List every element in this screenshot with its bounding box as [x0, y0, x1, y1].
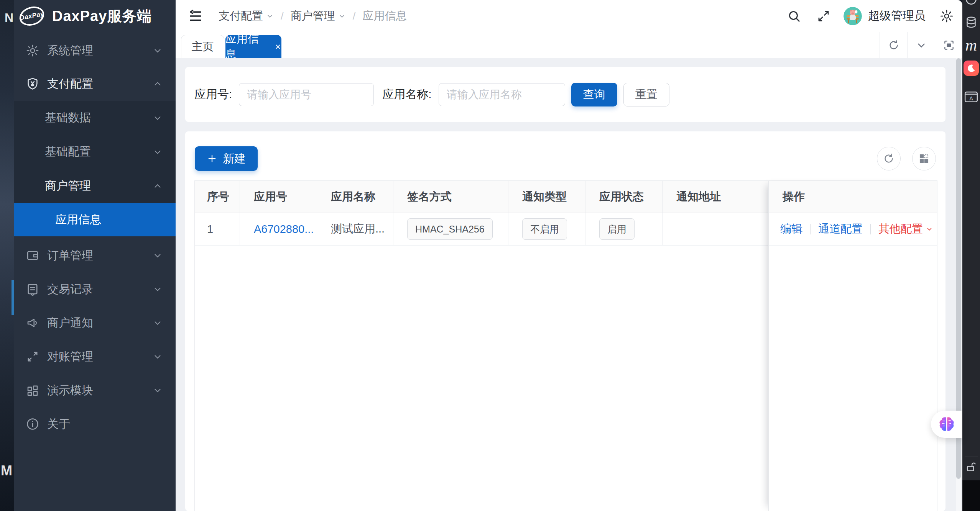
menu-fold-icon[interactable] [188, 8, 203, 24]
breadcrumb: 支付配置 / 商户管理 / 应用信息 [219, 8, 407, 24]
chevron-down-icon [153, 46, 163, 56]
sidebar-item-base-config[interactable]: 基础配置 [14, 135, 176, 169]
app-title: DaxPay服务端 [52, 7, 152, 26]
translate-icon[interactable]: A [962, 90, 980, 103]
chevron-up-icon [153, 79, 163, 89]
search-button[interactable]: 查询 [571, 83, 617, 106]
chevron-down-icon [153, 352, 163, 362]
cell-index: 1 [195, 213, 240, 245]
column-header: 签名方式 [393, 181, 508, 213]
pig-avatar-image [844, 7, 862, 25]
table-refresh-button[interactable] [877, 147, 901, 170]
chevron-up-icon [153, 181, 163, 191]
tab-home[interactable]: 主页 [181, 35, 224, 58]
user-name[interactable]: 超级管理员 [868, 8, 926, 24]
breadcrumb-item[interactable]: 商户管理 [291, 8, 335, 24]
close-icon[interactable] [275, 43, 281, 50]
action-divider [870, 224, 871, 234]
sidebar-item-label: 商户管理 [45, 178, 153, 194]
edit-action[interactable]: 编辑 [780, 221, 802, 237]
tab-bar: 主页 应用信息 [176, 32, 962, 58]
breadcrumb-separator: / [281, 10, 284, 22]
partial-circle-icon[interactable] [962, 0, 980, 6]
table-card: 新建 序号 应用号 应用名称 签名方式 通知类 [185, 131, 945, 511]
brain-icon [938, 416, 955, 433]
fullscreen-icon[interactable] [817, 9, 830, 23]
column-settings-button[interactable] [912, 147, 936, 170]
column-header: 通知类型 [508, 181, 585, 213]
unlock-icon[interactable] [962, 460, 980, 473]
filter-card: 应用号: 应用名称: 查询 重置 [185, 67, 945, 122]
crescent-icon [964, 61, 979, 76]
desktop-window-sliver [12, 280, 14, 315]
table-row: 1 A6702880... 测试应用... HMAC_SHA256 不启用 启用… [195, 213, 937, 246]
m-extension-icon[interactable]: m [962, 36, 980, 54]
wallet-icon [26, 249, 39, 262]
sidebar-item-label: 演示模块 [47, 383, 153, 398]
sidebar-item-label: 商户通知 [47, 315, 153, 331]
sidebar-item-app-info-active[interactable]: 应用信息 [14, 203, 176, 236]
gear-icon [26, 44, 39, 57]
sidebar-item-base-data[interactable]: 基础数据 [14, 101, 176, 135]
red-app-icon[interactable] [962, 61, 980, 76]
other-config-action[interactable]: 其他配置 [878, 221, 933, 237]
sidebar-item-label: 基础配置 [45, 144, 153, 160]
sidebar-item-about[interactable]: 关于 [14, 411, 176, 437]
browser-side-strip: m A [962, 0, 980, 511]
search-icon[interactable] [787, 9, 801, 23]
chevron-down-icon [153, 318, 163, 328]
sidebar-item-label: 应用信息 [55, 212, 101, 228]
sidebar-item-label: 对账管理 [47, 349, 153, 365]
database-icon[interactable] [962, 15, 980, 29]
other-config-label: 其他配置 [878, 221, 923, 237]
sidebar-item-pay-config[interactable]: 支付配置 [14, 70, 176, 97]
top-bar: 支付配置 / 商户管理 / 应用信息 [176, 0, 962, 32]
column-settings-icon [918, 152, 930, 165]
plus-icon [207, 153, 217, 164]
content-fullscreen-button[interactable] [935, 32, 962, 58]
sidebar-item-merchant-mgmt[interactable]: 商户管理 [14, 169, 176, 203]
avatar[interactable] [844, 7, 862, 25]
ai-assistant-fab[interactable] [931, 411, 962, 438]
sidebar-item-label: 交易记录 [47, 282, 153, 297]
desktop-background: N M [0, 0, 14, 511]
tab-app-info[interactable]: 应用信息 [225, 35, 281, 58]
reset-button[interactable]: 重置 [623, 83, 669, 106]
app-no-input[interactable] [239, 83, 374, 106]
sidebar-item-system[interactable]: 系统管理 [14, 37, 176, 64]
chevron-down-icon [153, 113, 163, 123]
table-header-row: 序号 应用号 应用名称 签名方式 通知类型 应用状态 通知地址 操作 [195, 181, 937, 213]
chevron-down-icon [153, 147, 163, 157]
sidebar-item-reconciliation[interactable]: 对账管理 [14, 343, 176, 370]
app-name-input[interactable] [439, 83, 565, 106]
main-area: 支付配置 / 商户管理 / 应用信息 [176, 0, 962, 511]
chevron-down-icon [153, 251, 163, 260]
sidebar-item-transactions[interactable]: 交易记录 [14, 276, 176, 303]
cell-app-name: 测试应用... [317, 213, 393, 245]
sidebar-item-orders[interactable]: 订单管理 [14, 242, 176, 269]
logo[interactable]: DaxPay DaxPay服务端 [14, 0, 176, 32]
settings-gear-icon[interactable] [939, 9, 954, 23]
swap-arrows-icon [26, 350, 39, 364]
tabs: 主页 应用信息 [181, 35, 281, 58]
notify-type-tag: 不启用 [522, 218, 567, 240]
sidebar-item-label: 订单管理 [47, 248, 153, 264]
sidebar-item-label: 系统管理 [47, 43, 153, 59]
refresh-tab-button[interactable] [880, 32, 907, 58]
channel-config-action[interactable]: 通道配置 [818, 221, 863, 237]
table-empty-area [195, 246, 937, 511]
breadcrumb-separator: / [353, 10, 356, 22]
tab-options-button[interactable] [907, 32, 935, 58]
chevron-down-icon [926, 226, 933, 233]
refresh-icon [883, 152, 895, 165]
tab-bar-actions [880, 32, 962, 58]
app-no-link[interactable]: A6702880... [254, 223, 314, 236]
receipt-icon [26, 282, 39, 296]
desktop-letter-top: N [5, 11, 13, 25]
sidebar-item-label: 支付配置 [47, 76, 153, 92]
sidebar-item-demo[interactable]: 演示模块 [14, 377, 176, 404]
create-button[interactable]: 新建 [195, 146, 258, 171]
breadcrumb-item[interactable]: 支付配置 [219, 8, 263, 24]
column-header: 操作 [769, 181, 937, 213]
sidebar-item-merchant-notify[interactable]: 商户通知 [14, 310, 176, 336]
